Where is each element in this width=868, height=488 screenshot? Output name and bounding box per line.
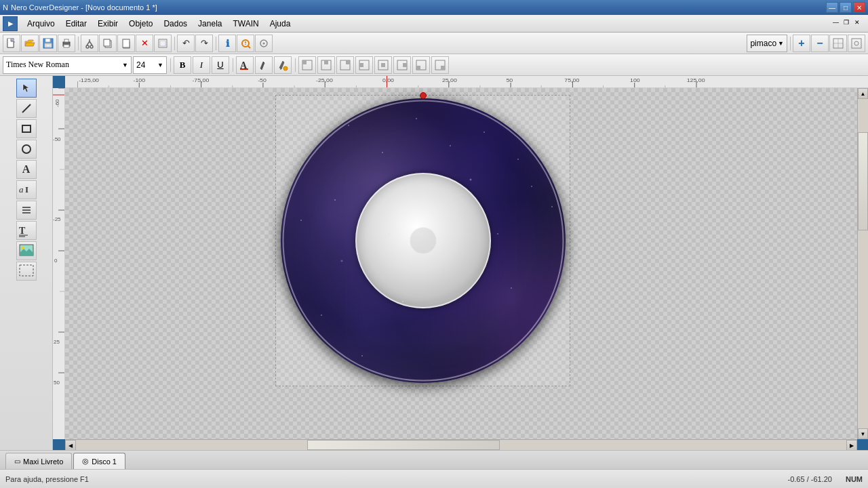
close-button[interactable]: ✕ [853,2,865,13]
align-tc-button[interactable] [317,56,335,74]
menu-janela[interactable]: Janela [193,17,227,30]
menu-bar: ▶ Arquivo Editar Exibir Objeto Dados Jan… [0,15,868,33]
scroll-right-button[interactable]: ▶ [846,440,857,450]
tab-livreto-icon: ▭ [14,458,20,465]
status-help-text: Para ajuda, pressione F1 [5,475,788,483]
open-button[interactable] [21,35,39,52]
print-button[interactable] [58,35,75,52]
select-area-tool[interactable] [16,262,37,281]
svg-text:25: 25 [54,339,60,345]
image-tool[interactable] [16,241,37,260]
list-tool[interactable] [16,201,37,220]
inner-minimize-button[interactable]: — [833,19,844,28]
save-button[interactable] [39,35,57,52]
wordart-tool[interactable]: T [16,221,37,240]
tab-bar: ▭ Maxi Livreto ◎ Disco 1 [0,450,868,469]
font-size-arrow: ▼ [157,62,163,68]
align-tr-button[interactable] [336,56,354,74]
canvas-work[interactable] [65,88,857,439]
scrollbar-vertical[interactable]: ▲ ▼ [857,88,868,439]
export-button[interactable] [154,35,172,52]
zoom-out-button[interactable]: − [811,35,829,52]
scroll-track-h[interactable] [76,440,846,450]
zoom-actual-button[interactable] [848,35,865,52]
undo-button[interactable]: ↶ [177,35,195,52]
cd-disc[interactable] [281,98,566,383]
svg-point-30 [854,41,859,45]
info-button[interactable]: ℹ [218,35,236,52]
scroll-down-button[interactable]: ▼ [858,428,868,439]
cd-design-area[interactable] [275,95,570,386]
svg-rect-40 [346,60,350,64]
font-name-selector[interactable]: Times New Roman ▼ [3,56,132,74]
copy-button[interactable] [99,35,117,52]
scrollbar-horizontal[interactable]: ◀ ▶ [65,439,857,450]
align-br-button[interactable] [431,56,449,74]
scroll-track-v[interactable] [858,99,868,428]
menu-dados[interactable]: Dados [158,17,193,30]
settings-button[interactable] [255,35,273,52]
title-bar: N Nero CoverDesigner - [Novo documento 1… [0,0,868,15]
window-title: Nero CoverDesigner - [Novo documento 1 *… [11,3,157,12]
svg-text:50: 50 [54,380,60,386]
zoom-in-button[interactable]: + [793,35,810,52]
select-tool[interactable] [16,79,37,98]
cut-button[interactable] [81,35,98,52]
text-style-tool[interactable]: aI [16,180,37,199]
tab-disco1[interactable]: ◎ Disco 1 [73,453,125,469]
fill-tool-button[interactable] [274,56,292,74]
font-size-selector[interactable]: 24 ▼ [133,56,167,74]
inner-close-button[interactable]: ✕ [854,19,865,28]
underline-button[interactable]: U [212,56,229,74]
svg-point-25 [263,42,265,44]
maximize-button[interactable]: □ [840,2,852,13]
main-area: A aI T -125,00 [0,76,868,450]
align-tl-button[interactable] [298,56,316,74]
new-button[interactable] [3,35,20,52]
search-button[interactable] [237,35,254,52]
italic-button[interactable]: I [193,56,210,74]
menu-editar[interactable]: Editar [60,17,92,30]
svg-text:100: 100 [630,77,640,83]
status-bar: Para ajuda, pressione F1 -0.65 / -61.20 … [0,469,868,488]
zoom-fit-button[interactable] [829,35,847,52]
status-coordinates: -0.65 / -61.20 [788,475,832,483]
menu-twain[interactable]: TWAIN [227,17,264,30]
svg-text:-75,00: -75,00 [192,77,209,83]
scroll-up-button[interactable]: ▲ [858,88,868,99]
rectangle-tool[interactable] [16,119,37,138]
menu-arquivo[interactable]: Arquivo [22,17,60,30]
scroll-left-button[interactable]: ◀ [65,440,76,450]
toolbox: A aI T [0,76,53,450]
separator7 [293,56,297,74]
pen-tool-button[interactable] [255,56,273,74]
align-mr-button[interactable] [393,56,411,74]
svg-rect-65 [20,265,33,276]
selection-handle-top[interactable] [420,92,427,99]
menu-ajuda[interactable]: Ajuda [264,17,296,30]
align-mc-button[interactable] [374,56,392,74]
separator4 [788,35,792,52]
cd-outer-ring-border [282,100,564,382]
align-ml-button[interactable] [355,56,373,74]
minimize-button[interactable]: — [826,2,838,13]
paste-button[interactable] [117,35,135,52]
delete-button[interactable]: ✕ [136,35,153,52]
bold-button[interactable]: B [174,56,191,74]
svg-rect-42 [359,63,363,67]
align-bl-button[interactable] [412,56,430,74]
canvas-body: -60 -50 -25 0 25 50 [53,88,868,439]
text-color-button[interactable]: A [236,56,254,74]
cd-center-hole [410,227,437,254]
redo-button[interactable]: ↷ [195,35,213,52]
svg-line-11 [87,41,90,45]
ellipse-tool[interactable] [16,140,37,159]
tab-maxi-livreto[interactable]: ▭ Maxi Livreto [5,453,72,469]
template-dropdown[interactable]: pimaco ▼ [747,35,787,52]
menu-objeto[interactable]: Objeto [123,17,158,30]
text-tool[interactable]: A [16,160,37,179]
svg-rect-3 [45,39,50,42]
menu-exibir[interactable]: Exibir [92,17,123,30]
line-tool[interactable] [16,99,37,118]
inner-restore-button[interactable]: ❐ [844,19,854,28]
